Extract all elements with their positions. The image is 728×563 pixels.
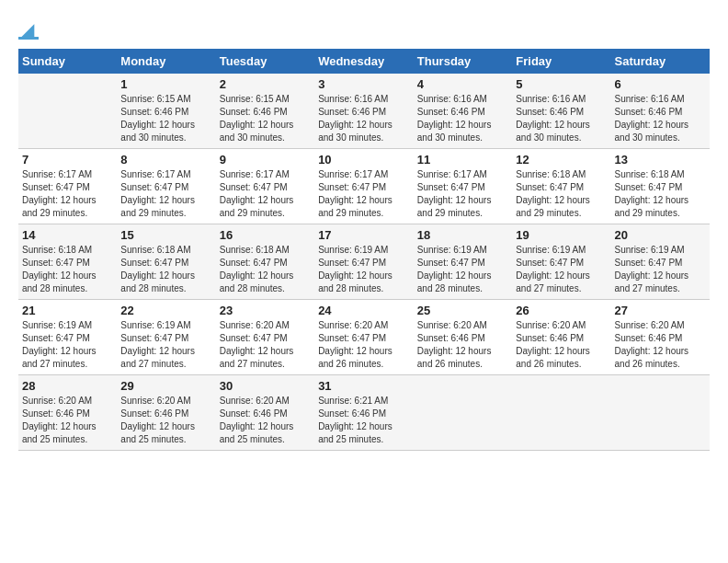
column-header-sunday: Sunday (18, 49, 117, 74)
day-info: Sunrise: 6:16 AM Sunset: 6:46 PM Dayligh… (516, 93, 607, 144)
day-number: 4 (417, 77, 508, 91)
column-header-wednesday: Wednesday (314, 49, 414, 74)
calendar-cell: 28Sunrise: 6:20 AM Sunset: 6:46 PM Dayli… (18, 375, 117, 451)
calendar-cell (611, 375, 710, 451)
calendar-cell: 17Sunrise: 6:19 AM Sunset: 6:47 PM Dayli… (314, 224, 414, 300)
day-info: Sunrise: 6:17 AM Sunset: 6:47 PM Dayligh… (120, 168, 211, 220)
day-info: Sunrise: 6:18 AM Sunset: 6:47 PM Dayligh… (516, 168, 607, 220)
day-info: Sunrise: 6:18 AM Sunset: 6:47 PM Dayligh… (615, 168, 706, 220)
calendar-cell: 19Sunrise: 6:19 AM Sunset: 6:47 PM Dayli… (512, 224, 610, 300)
calendar-cell: 30Sunrise: 6:20 AM Sunset: 6:46 PM Dayli… (216, 375, 314, 451)
day-info: Sunrise: 6:20 AM Sunset: 6:46 PM Dayligh… (120, 395, 211, 446)
day-number: 13 (615, 153, 706, 167)
day-info: Sunrise: 6:20 AM Sunset: 6:47 PM Dayligh… (220, 319, 311, 371)
day-number: 19 (516, 228, 607, 242)
calendar-cell: 16Sunrise: 6:18 AM Sunset: 6:47 PM Dayli… (216, 224, 314, 300)
calendar-cell: 29Sunrise: 6:20 AM Sunset: 6:46 PM Dayli… (117, 375, 215, 451)
day-info: Sunrise: 6:19 AM Sunset: 6:47 PM Dayligh… (417, 244, 508, 295)
day-number: 31 (318, 379, 410, 393)
day-number: 6 (615, 77, 706, 91)
day-info: Sunrise: 6:20 AM Sunset: 6:47 PM Dayligh… (318, 319, 410, 371)
day-info: Sunrise: 6:18 AM Sunset: 6:47 PM Dayligh… (120, 244, 211, 295)
calendar-cell: 13Sunrise: 6:18 AM Sunset: 6:47 PM Dayli… (611, 149, 710, 224)
day-number: 28 (22, 379, 113, 393)
day-number: 22 (120, 304, 211, 317)
column-header-friday: Friday (512, 49, 610, 74)
day-info: Sunrise: 6:15 AM Sunset: 6:46 PM Dayligh… (120, 93, 211, 144)
calendar-cell: 7Sunrise: 6:17 AM Sunset: 6:47 PM Daylig… (18, 149, 117, 224)
day-info: Sunrise: 6:16 AM Sunset: 6:46 PM Dayligh… (417, 93, 508, 144)
calendar-cell: 2Sunrise: 6:15 AM Sunset: 6:46 PM Daylig… (216, 74, 314, 149)
day-info: Sunrise: 6:19 AM Sunset: 6:47 PM Dayligh… (22, 319, 113, 371)
day-info: Sunrise: 6:20 AM Sunset: 6:46 PM Dayligh… (615, 319, 706, 371)
calendar-cell: 26Sunrise: 6:20 AM Sunset: 6:46 PM Dayli… (512, 300, 610, 375)
calendar-cell: 3Sunrise: 6:16 AM Sunset: 6:46 PM Daylig… (314, 74, 414, 149)
calendar-cell: 15Sunrise: 6:18 AM Sunset: 6:47 PM Dayli… (117, 224, 215, 300)
day-info: Sunrise: 6:21 AM Sunset: 6:46 PM Dayligh… (318, 395, 410, 446)
calendar-cell: 23Sunrise: 6:20 AM Sunset: 6:47 PM Dayli… (216, 300, 314, 375)
logo: ◢ (18, 18, 40, 40)
day-info: Sunrise: 6:20 AM Sunset: 6:46 PM Dayligh… (22, 395, 113, 446)
calendar-week-row: 7Sunrise: 6:17 AM Sunset: 6:47 PM Daylig… (18, 149, 710, 224)
day-number: 21 (22, 304, 113, 317)
day-number: 24 (318, 304, 410, 317)
day-info: Sunrise: 6:20 AM Sunset: 6:46 PM Dayligh… (417, 319, 508, 371)
calendar-week-row: 28Sunrise: 6:20 AM Sunset: 6:46 PM Dayli… (18, 375, 710, 451)
day-number: 27 (615, 304, 706, 317)
day-number: 20 (615, 228, 706, 242)
day-number: 1 (120, 77, 211, 91)
calendar-cell: 14Sunrise: 6:18 AM Sunset: 6:47 PM Dayli… (18, 224, 117, 300)
day-number: 3 (318, 77, 410, 91)
day-number: 18 (417, 228, 508, 242)
calendar-cell: 10Sunrise: 6:17 AM Sunset: 6:47 PM Dayli… (314, 149, 414, 224)
day-info: Sunrise: 6:17 AM Sunset: 6:47 PM Dayligh… (220, 168, 311, 220)
column-header-monday: Monday (117, 49, 215, 74)
day-number: 15 (120, 228, 211, 242)
column-header-thursday: Thursday (414, 49, 512, 74)
day-number: 23 (220, 304, 311, 317)
calendar-cell: 31Sunrise: 6:21 AM Sunset: 6:46 PM Dayli… (314, 375, 414, 451)
day-number: 7 (22, 153, 113, 167)
column-header-saturday: Saturday (611, 49, 710, 74)
calendar-cell: 22Sunrise: 6:19 AM Sunset: 6:47 PM Dayli… (117, 300, 215, 375)
calendar-header-row: SundayMondayTuesdayWednesdayThursdayFrid… (18, 49, 710, 74)
calendar-cell: 9Sunrise: 6:17 AM Sunset: 6:47 PM Daylig… (216, 149, 314, 224)
day-number: 30 (220, 379, 311, 393)
calendar-week-row: 21Sunrise: 6:19 AM Sunset: 6:47 PM Dayli… (18, 300, 710, 375)
logo-underline (18, 37, 39, 40)
calendar-cell: 20Sunrise: 6:19 AM Sunset: 6:47 PM Dayli… (611, 224, 710, 300)
day-number: 5 (516, 77, 607, 91)
calendar-cell: 25Sunrise: 6:20 AM Sunset: 6:46 PM Dayli… (414, 300, 512, 375)
day-info: Sunrise: 6:19 AM Sunset: 6:47 PM Dayligh… (516, 244, 607, 295)
day-info: Sunrise: 6:20 AM Sunset: 6:46 PM Dayligh… (516, 319, 607, 371)
day-number: 12 (516, 153, 607, 167)
calendar-body: 1Sunrise: 6:15 AM Sunset: 6:46 PM Daylig… (18, 74, 710, 451)
day-info: Sunrise: 6:18 AM Sunset: 6:47 PM Dayligh… (220, 244, 311, 295)
day-number: 29 (120, 379, 211, 393)
day-info: Sunrise: 6:19 AM Sunset: 6:47 PM Dayligh… (615, 244, 706, 295)
calendar-week-row: 14Sunrise: 6:18 AM Sunset: 6:47 PM Dayli… (18, 224, 710, 300)
calendar-cell: 4Sunrise: 6:16 AM Sunset: 6:46 PM Daylig… (414, 74, 512, 149)
calendar-cell (414, 375, 512, 451)
day-info: Sunrise: 6:20 AM Sunset: 6:46 PM Dayligh… (220, 395, 311, 446)
day-number: 8 (120, 153, 211, 167)
calendar-cell: 27Sunrise: 6:20 AM Sunset: 6:46 PM Dayli… (611, 300, 710, 375)
column-header-tuesday: Tuesday (216, 49, 314, 74)
calendar-cell: 8Sunrise: 6:17 AM Sunset: 6:47 PM Daylig… (117, 149, 215, 224)
day-info: Sunrise: 6:17 AM Sunset: 6:47 PM Dayligh… (318, 168, 410, 220)
calendar-cell: 24Sunrise: 6:20 AM Sunset: 6:47 PM Dayli… (314, 300, 414, 375)
calendar-cell (18, 74, 117, 149)
day-info: Sunrise: 6:17 AM Sunset: 6:47 PM Dayligh… (417, 168, 508, 220)
calendar-table: SundayMondayTuesdayWednesdayThursdayFrid… (18, 49, 710, 451)
day-number: 25 (417, 304, 508, 317)
day-number: 11 (417, 153, 508, 167)
day-number: 17 (318, 228, 410, 242)
calendar-cell: 18Sunrise: 6:19 AM Sunset: 6:47 PM Dayli… (414, 224, 512, 300)
calendar-cell: 12Sunrise: 6:18 AM Sunset: 6:47 PM Dayli… (512, 149, 610, 224)
day-info: Sunrise: 6:19 AM Sunset: 6:47 PM Dayligh… (120, 319, 211, 371)
calendar-cell: 21Sunrise: 6:19 AM Sunset: 6:47 PM Dayli… (18, 300, 117, 375)
day-info: Sunrise: 6:19 AM Sunset: 6:47 PM Dayligh… (318, 244, 410, 295)
day-number: 14 (22, 228, 113, 242)
calendar-cell: 11Sunrise: 6:17 AM Sunset: 6:47 PM Dayli… (414, 149, 512, 224)
day-number: 10 (318, 153, 410, 167)
